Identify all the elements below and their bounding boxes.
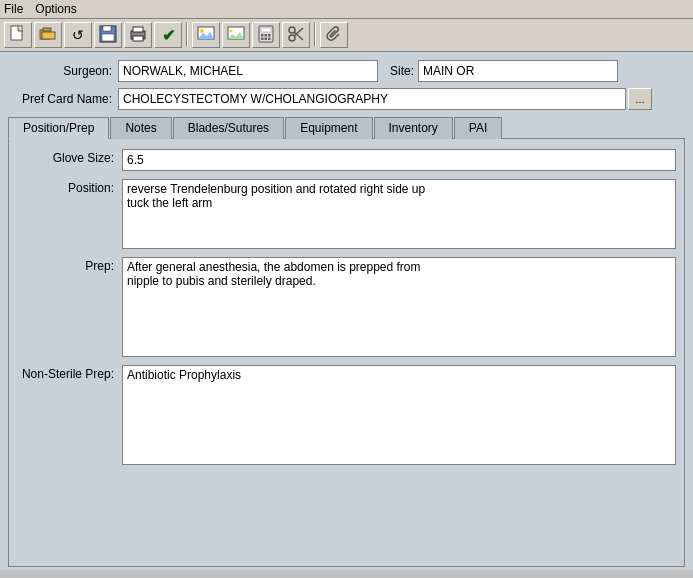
glove-size-value: 6.5 bbox=[122, 149, 676, 171]
svg-rect-22 bbox=[265, 37, 268, 40]
attachment-button[interactable] bbox=[320, 22, 348, 48]
prep-value: After general anesthesia, the abdomen is… bbox=[122, 257, 676, 357]
save-button[interactable] bbox=[94, 22, 122, 48]
print-button[interactable] bbox=[124, 22, 152, 48]
toolbar-separator-2 bbox=[314, 23, 316, 47]
refresh-icon: ↺ bbox=[72, 27, 84, 43]
svg-point-15 bbox=[230, 29, 233, 32]
glove-size-label: Glove Size: bbox=[17, 149, 122, 171]
tab-blades-sutures[interactable]: Blades/Sutures bbox=[173, 117, 284, 139]
svg-rect-5 bbox=[103, 26, 111, 31]
svg-rect-2 bbox=[43, 28, 51, 31]
open-icon bbox=[39, 25, 57, 46]
svg-rect-3 bbox=[42, 32, 55, 39]
menubar: File Options bbox=[0, 0, 693, 19]
prefcard-row: Pref Card Name: ... bbox=[8, 88, 685, 110]
svg-rect-0 bbox=[11, 26, 22, 40]
tab-equipment[interactable]: Equipment bbox=[285, 117, 372, 139]
main-content: Surgeon: Site: Pref Card Name: ... Posit… bbox=[0, 52, 693, 570]
svg-rect-18 bbox=[261, 34, 264, 37]
open-button[interactable] bbox=[34, 22, 62, 48]
svg-rect-8 bbox=[133, 27, 143, 32]
tabs-bar: Position/Prep Notes Blades/Sutures Equip… bbox=[8, 116, 685, 139]
image1-button[interactable] bbox=[192, 22, 220, 48]
prefcard-label: Pref Card Name: bbox=[8, 92, 118, 106]
attachment-icon bbox=[325, 25, 343, 46]
calc-icon bbox=[257, 25, 275, 46]
tab-notes[interactable]: Notes bbox=[110, 117, 171, 139]
check-icon: ✔ bbox=[162, 26, 175, 45]
glove-size-row: Glove Size: 6.5 bbox=[17, 149, 676, 171]
refresh-button[interactable]: ↺ bbox=[64, 22, 92, 48]
position-row: Position: reverse Trendelenburg position… bbox=[17, 179, 676, 249]
non-sterile-prep-label: Non-Sterile Prep: bbox=[17, 365, 122, 465]
surgeon-row: Surgeon: Site: bbox=[8, 60, 685, 82]
svg-rect-20 bbox=[268, 34, 271, 37]
content-panel: Glove Size: 6.5 Position: reverse Trende… bbox=[8, 139, 685, 567]
svg-rect-21 bbox=[261, 37, 264, 40]
menu-file[interactable]: File bbox=[4, 2, 23, 16]
new-button[interactable] bbox=[4, 22, 32, 48]
svg-rect-9 bbox=[133, 36, 143, 41]
toolbar: ↺ ✔ bbox=[0, 19, 693, 52]
image2-button[interactable] bbox=[222, 22, 250, 48]
calc-button[interactable] bbox=[252, 22, 280, 48]
print-icon bbox=[129, 25, 147, 46]
image2-icon bbox=[227, 25, 245, 46]
surgeon-input[interactable] bbox=[118, 60, 378, 82]
prep-row: Prep: After general anesthesia, the abdo… bbox=[17, 257, 676, 357]
scissors-icon bbox=[287, 25, 305, 46]
prep-label: Prep: bbox=[17, 257, 122, 357]
non-sterile-prep-row: Non-Sterile Prep: Antibiotic Prophylaxis bbox=[17, 365, 676, 465]
image1-icon bbox=[197, 25, 215, 46]
prefcard-input[interactable] bbox=[118, 88, 626, 110]
position-label: Position: bbox=[17, 179, 122, 249]
scissors-button[interactable] bbox=[282, 22, 310, 48]
new-icon bbox=[9, 25, 27, 46]
svg-rect-23 bbox=[268, 37, 271, 40]
check-button[interactable]: ✔ bbox=[154, 22, 182, 48]
svg-rect-17 bbox=[261, 28, 271, 32]
svg-rect-6 bbox=[102, 34, 114, 41]
svg-rect-19 bbox=[265, 34, 268, 37]
site-input[interactable] bbox=[418, 60, 618, 82]
non-sterile-prep-value: Antibiotic Prophylaxis bbox=[122, 365, 676, 465]
tab-position-prep[interactable]: Position/Prep bbox=[8, 117, 109, 139]
position-value: reverse Trendelenburg position and rotat… bbox=[122, 179, 676, 249]
svg-point-12 bbox=[200, 29, 204, 33]
browse-button[interactable]: ... bbox=[628, 88, 652, 110]
toolbar-separator-1 bbox=[186, 23, 188, 47]
tab-inventory[interactable]: Inventory bbox=[374, 117, 453, 139]
surgeon-label: Surgeon: bbox=[8, 64, 118, 78]
site-label: Site: bbox=[388, 64, 418, 78]
save-icon bbox=[99, 25, 117, 46]
menu-options[interactable]: Options bbox=[35, 2, 76, 16]
tab-pai[interactable]: PAI bbox=[454, 117, 502, 139]
